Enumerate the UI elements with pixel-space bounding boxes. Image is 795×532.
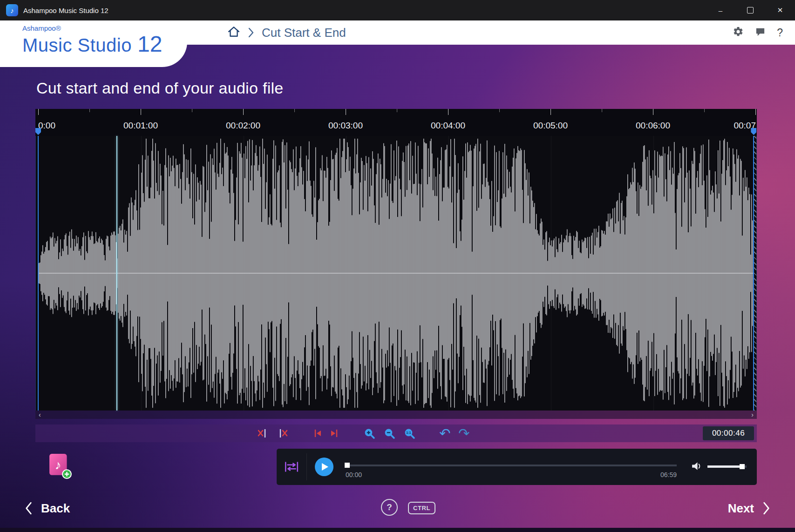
app-logo: Ashampoo® Music Studio 12 bbox=[0, 20, 187, 67]
redo-button[interactable]: ↷ bbox=[457, 426, 471, 440]
cursor-time-display: 00:00:46 bbox=[703, 426, 754, 440]
next-label: Next bbox=[728, 501, 754, 516]
back-label: Back bbox=[41, 501, 70, 516]
window-controls: – ✕ bbox=[706, 0, 795, 20]
feedback-button[interactable] bbox=[755, 27, 766, 39]
svg-text:1:1: 1:1 bbox=[406, 431, 411, 435]
zoom-1to1-icon: 1:1 bbox=[404, 428, 415, 439]
set-start-marker-button[interactable] bbox=[311, 426, 325, 440]
maximize-button[interactable] bbox=[735, 0, 765, 20]
timeline-tick bbox=[192, 109, 192, 112]
timeline-label: 00:02:00 bbox=[226, 121, 260, 131]
timeline-label: 00:06:00 bbox=[636, 121, 670, 131]
zoom-in-icon bbox=[364, 428, 375, 439]
timeline-label: 00:04:00 bbox=[431, 121, 465, 131]
window-title: Ashampoo Music Studio 12 bbox=[23, 7, 109, 14]
minimize-button[interactable]: – bbox=[706, 0, 735, 20]
play-button[interactable] bbox=[315, 458, 333, 476]
playhead[interactable] bbox=[116, 136, 117, 411]
zoom-out-icon bbox=[384, 428, 395, 439]
chevron-left-icon bbox=[24, 501, 33, 515]
mute-button[interactable] bbox=[691, 461, 703, 473]
question-icon: ? bbox=[387, 502, 392, 512]
close-button[interactable]: ✕ bbox=[765, 0, 795, 20]
loop-icon bbox=[284, 461, 299, 473]
logo-brand: Ashampoo® bbox=[22, 24, 187, 32]
chevron-right-icon bbox=[762, 501, 771, 515]
minimize-icon: – bbox=[719, 7, 722, 14]
scroll-left-icon[interactable]: ‹ bbox=[39, 411, 41, 418]
player-divider bbox=[306, 453, 307, 480]
logo-product-name: Music Studio bbox=[22, 36, 132, 54]
timeline-tick bbox=[448, 109, 448, 115]
breadcrumb-title: Cut Start & End bbox=[262, 26, 346, 40]
timeline-tick bbox=[346, 109, 346, 115]
zoom-1to1-button[interactable]: 1:1 bbox=[403, 426, 417, 440]
speaker-icon bbox=[691, 461, 703, 471]
gear-icon bbox=[733, 26, 744, 37]
timeline-label: 00:03:00 bbox=[328, 121, 363, 131]
trimmed-region bbox=[754, 136, 756, 411]
settings-button[interactable] bbox=[733, 26, 744, 39]
set-end-marker-button[interactable] bbox=[327, 426, 341, 440]
zoom-out-button[interactable] bbox=[383, 426, 397, 440]
help-button[interactable]: ? bbox=[777, 27, 783, 39]
timeline-tick bbox=[38, 109, 39, 115]
timeline-tick bbox=[89, 109, 90, 112]
timeline-tick bbox=[704, 109, 705, 112]
timeline-tick bbox=[550, 109, 551, 115]
window-bottom-edge bbox=[0, 528, 795, 532]
volume-fill bbox=[707, 465, 742, 468]
back-button[interactable]: Back bbox=[24, 497, 70, 519]
progress-handle[interactable] bbox=[345, 463, 350, 468]
edit-toolbar: 1:1 ↶ ↷ 00:00:46 bbox=[35, 424, 757, 442]
progress-track[interactable] bbox=[346, 465, 677, 466]
waveform-editor: 0:0000:01:0000:02:0000:03:0000:04:0000:0… bbox=[35, 109, 757, 419]
music-note-icon: ♪ bbox=[10, 7, 14, 14]
app-icon: ♪ bbox=[6, 4, 18, 16]
header-actions: ? bbox=[733, 20, 783, 45]
waveform-area[interactable] bbox=[35, 136, 757, 411]
cut-after-button[interactable] bbox=[275, 426, 289, 440]
cut-before-button[interactable] bbox=[256, 426, 270, 440]
timeline-label: 00:05:00 bbox=[533, 121, 568, 131]
breadcrumb: Cut Start & End bbox=[227, 20, 346, 45]
set-end-marker-icon bbox=[330, 429, 339, 438]
cut-before-icon bbox=[257, 428, 269, 438]
timeline-tick bbox=[602, 109, 602, 112]
timeline-tick bbox=[755, 109, 756, 115]
end-marker-line[interactable] bbox=[753, 136, 754, 411]
hint-help-button[interactable]: ? bbox=[381, 499, 398, 516]
timeline-ruler[interactable]: 0:0000:01:0000:02:0000:03:0000:04:0000:0… bbox=[35, 109, 757, 136]
volume-slider[interactable] bbox=[707, 465, 747, 468]
next-button[interactable]: Next bbox=[728, 497, 771, 519]
zoom-in-button[interactable] bbox=[363, 426, 377, 440]
home-icon bbox=[227, 25, 240, 38]
titlebar: ♪ Ashampoo Music Studio 12 – ✕ bbox=[0, 0, 795, 20]
current-time: 00:00 bbox=[346, 471, 362, 478]
volume-handle[interactable] bbox=[740, 464, 745, 469]
add-file-button[interactable]: ♪ bbox=[48, 452, 73, 479]
start-marker-line[interactable] bbox=[38, 136, 39, 411]
timeline-tick bbox=[294, 109, 295, 112]
play-icon bbox=[322, 463, 328, 471]
total-time: 06:59 bbox=[660, 471, 677, 478]
svg-text:♪: ♪ bbox=[55, 458, 61, 472]
loop-button[interactable] bbox=[284, 461, 299, 475]
logo-version: 12 bbox=[137, 33, 162, 55]
waveform-canvas[interactable] bbox=[36, 136, 757, 411]
feedback-icon bbox=[755, 27, 766, 37]
horizontal-scrollbar[interactable]: ‹ › bbox=[35, 411, 757, 419]
app-window: ♪ Ashampoo Music Studio 12 – ✕ Ashampoo®… bbox=[0, 0, 795, 532]
chevron-right-icon bbox=[248, 27, 254, 38]
home-button[interactable] bbox=[227, 25, 240, 40]
timeline-tick bbox=[141, 109, 141, 115]
scroll-right-icon[interactable]: › bbox=[751, 411, 754, 418]
page-title: Cut start and end of your audio file bbox=[36, 79, 284, 97]
timeline-tick bbox=[243, 109, 244, 115]
undo-button[interactable]: ↶ bbox=[438, 426, 452, 440]
player-bar: 00:00 06:59 bbox=[277, 449, 757, 485]
set-start-marker-icon bbox=[313, 429, 322, 438]
timeline-tick bbox=[499, 109, 500, 112]
undo-icon: ↶ bbox=[439, 427, 450, 440]
